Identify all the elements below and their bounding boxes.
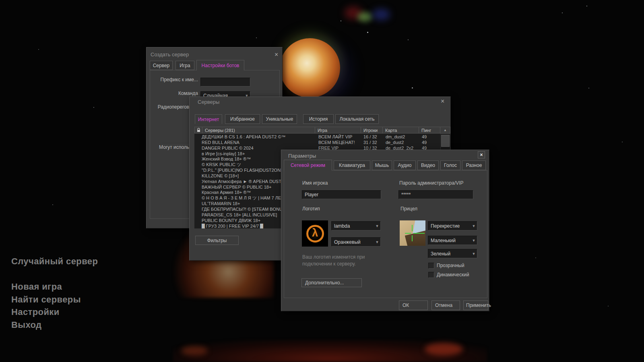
close-icon: × xyxy=(480,152,483,157)
dynamic-label: Динамический xyxy=(437,272,469,278)
star xyxy=(408,39,409,40)
close-icon[interactable]: × xyxy=(275,52,278,58)
star xyxy=(93,107,94,108)
tab-bot-settings[interactable]: Настройки ботов xyxy=(196,60,244,70)
dynamic-checkbox[interactable] xyxy=(428,272,434,278)
star xyxy=(622,142,623,142)
cancel-button[interactable]: Отмена xyxy=(431,300,460,310)
server-name: RED BULL ARENA xyxy=(194,140,318,146)
apply-button[interactable]: Применить xyxy=(463,300,488,310)
lock-icon xyxy=(197,128,200,132)
column-password[interactable] xyxy=(194,127,202,134)
ok-button[interactable]: ОК xyxy=(399,300,428,310)
dialog-title[interactable]: Создать сервер xyxy=(151,51,189,58)
chevron-down-icon: ▼ xyxy=(374,224,380,228)
crosshair-type-dropdown[interactable]: Перекрестие ▼ xyxy=(428,221,477,230)
tab-server[interactable]: Сервер xyxy=(150,61,173,70)
star xyxy=(256,37,257,38)
crosshair-size-value: Маленький xyxy=(428,238,471,243)
crosshair-section-label: Прицел xyxy=(400,206,417,212)
bot-prefix-label: Префикс к име... xyxy=(161,77,198,82)
menu-item-new-game[interactable]: Новая игра xyxy=(11,282,62,292)
chevron-down-icon: ▼ xyxy=(471,239,477,243)
menu-item-quit[interactable]: Выход xyxy=(11,320,41,330)
tab-network-mode[interactable]: Сетевой режим xyxy=(284,160,332,171)
lambda-glyph: λ xyxy=(312,228,318,239)
tab-misc[interactable]: Разное xyxy=(462,160,486,170)
crosshair-type-value: Перекрестие xyxy=(428,223,471,229)
logo-section-label: Логотип xyxy=(302,206,320,212)
logo-color-dropdown[interactable]: Оранжевый ▼ xyxy=(331,237,381,247)
column-game[interactable]: Игра xyxy=(315,127,361,134)
column-map[interactable]: Карта xyxy=(383,127,419,134)
tab-favorites[interactable]: Избранное xyxy=(225,114,260,124)
server-row[interactable]: ДЕДУШКИ В CS 1.6 : АРЕНА DUST2 ©™ВСЕМ ЛА… xyxy=(194,134,440,140)
scrollbar-thumb[interactable] xyxy=(441,135,450,147)
tab-keyboard[interactable]: Клавиатура xyxy=(334,160,370,170)
logo-dropdown[interactable]: lambda ▼ xyxy=(331,221,381,230)
chevron-down-icon: ▼ xyxy=(471,252,477,256)
close-icon[interactable]: × xyxy=(441,99,444,104)
ember-blob xyxy=(181,346,208,356)
bot-team-label: Команда xyxy=(178,90,198,96)
dialog-title[interactable]: Параметры xyxy=(288,153,316,159)
options-dialog: Параметры × Сетевой режим Клавиатура Мыш… xyxy=(281,150,489,311)
tab-mouse[interactable]: Мышь xyxy=(372,160,392,170)
star xyxy=(608,306,609,306)
column-servers[interactable]: Серверы (281) xyxy=(202,127,315,134)
nebula-blue xyxy=(372,9,390,20)
menu-item-find-servers[interactable]: Найти серверы xyxy=(11,294,81,305)
chevron-down-icon: ▼ xyxy=(471,224,477,228)
server-game: ВСЕМ ЛАЙТ VIP xyxy=(318,134,363,140)
server-table-header: Серверы (281) Игра Игроки Карта Пинг ▲ xyxy=(194,127,450,134)
tab-history[interactable]: История xyxy=(303,114,334,124)
tab-internet[interactable]: Интернет xyxy=(195,114,222,124)
lambda-icon: λ xyxy=(306,225,324,243)
tab-video[interactable]: Видео xyxy=(417,160,439,170)
dialog-title[interactable]: Серверы xyxy=(198,99,219,105)
server-game: ВСЕМ МЕЦЕНАТ! xyxy=(318,140,363,146)
crosshair-color-dropdown[interactable]: Зеленый ▼ xyxy=(428,249,477,258)
tab-voice[interactable]: Голос xyxy=(440,160,460,170)
tab-unique[interactable]: Уникальные xyxy=(262,114,297,124)
translucent-label: Прозрачный xyxy=(437,263,464,268)
embers-artwork xyxy=(173,340,487,362)
star xyxy=(535,257,536,258)
close-button[interactable]: × xyxy=(478,151,485,158)
filters-button[interactable]: Фильтры xyxy=(195,236,239,245)
nebula-green xyxy=(357,12,372,22)
logo-value: lambda xyxy=(332,223,374,229)
server-ping: 49 xyxy=(422,140,432,146)
star xyxy=(562,12,563,13)
column-ping[interactable]: Пинг xyxy=(419,127,440,134)
server-players: 31 / 32 xyxy=(363,140,386,146)
chevron-down-icon: ▼ xyxy=(374,240,380,244)
star xyxy=(341,21,341,21)
planet-artwork xyxy=(280,38,340,98)
translucent-checkbox[interactable] xyxy=(428,263,434,269)
star xyxy=(52,204,53,205)
server-players: 16 / 32 xyxy=(363,134,386,140)
server-map: de_dust2 xyxy=(386,140,422,146)
admin-password-label: Пароль администратора/VIP xyxy=(399,180,464,186)
tab-lan[interactable]: Локальная сеть xyxy=(335,114,379,124)
menu-item-settings[interactable]: Настройки xyxy=(11,307,60,317)
nebula-red xyxy=(345,6,362,19)
menu-item-random-server[interactable]: Случайный сервер xyxy=(11,256,98,267)
tab-game[interactable]: Игра xyxy=(175,61,194,70)
column-players[interactable]: Игроки xyxy=(361,127,383,134)
network-mode-panel: Имя игрока Player Пароль администратора/… xyxy=(284,170,487,298)
crosshair-size-dropdown[interactable]: Маленький ▼ xyxy=(428,236,477,245)
bot-prefix-input[interactable] xyxy=(200,78,250,86)
advanced-button[interactable]: Дополнительно... xyxy=(301,278,362,287)
game-screen: Случайный сервер Новая игра Найти сервер… xyxy=(0,0,644,362)
star xyxy=(367,32,368,33)
tab-audio[interactable]: Аудио xyxy=(394,160,416,170)
crosshair-color-value: Зеленый xyxy=(428,251,471,257)
scroll-up-icon[interactable]: ▲ xyxy=(440,127,450,134)
player-name-input[interactable]: Player xyxy=(302,190,381,199)
admin-password-input[interactable]: ***** xyxy=(398,190,473,199)
server-row[interactable]: RED BULL ARENAВСЕМ МЕЦЕНАТ!31 / 32de_dus… xyxy=(194,140,440,146)
crosshair-icon xyxy=(412,235,413,241)
server-ping: 49 xyxy=(422,134,432,140)
